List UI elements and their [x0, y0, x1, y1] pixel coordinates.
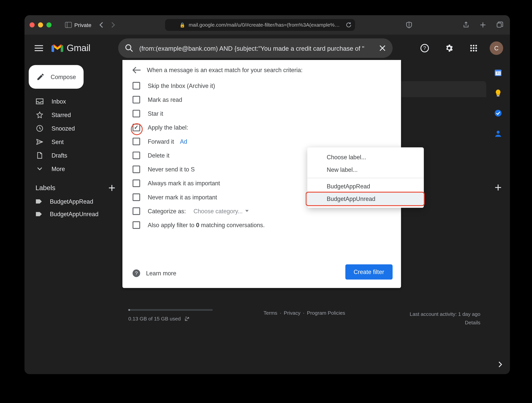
compose-button[interactable]: Compose [29, 65, 84, 89]
help-icon: ? [133, 269, 140, 277]
label-option-budgetappunread[interactable]: BudgetAppUnread [307, 193, 424, 205]
browser-toolbar: Private 🔒 mail.google.com/mail/u/0/#crea… [25, 15, 510, 35]
sidebar-toggle[interactable]: Private [65, 22, 91, 28]
add-label-icon[interactable] [108, 184, 116, 192]
learn-more-link[interactable]: ? Learn more [133, 269, 176, 277]
filter-option-label: Never mark it as important [148, 194, 217, 200]
rail-keep-icon[interactable] [494, 89, 502, 97]
support-icon[interactable]: ? [416, 40, 433, 57]
label-option-text: BudgetAppRead [327, 183, 370, 190]
label-tag-icon [35, 211, 42, 217]
svg-point-9 [473, 45, 475, 46]
search-bar[interactable] [118, 38, 393, 58]
sidebar-item-starred[interactable]: Starred [25, 108, 122, 122]
svg-rect-21 [497, 96, 500, 96]
sidebar-item-sent[interactable]: Sent [25, 135, 122, 149]
minimize-window-icon[interactable] [38, 22, 43, 27]
svg-point-10 [475, 45, 477, 46]
rail-calendar-icon[interactable]: 31 [494, 69, 502, 77]
gmail-wordmark: Gmail [67, 43, 90, 54]
inbox-icon [35, 98, 44, 104]
svg-text:31: 31 [496, 71, 500, 75]
back-arrow-icon[interactable] [133, 67, 141, 73]
open-in-new-icon[interactable] [184, 316, 190, 322]
sidebar-item-inbox[interactable]: Inbox [25, 95, 122, 108]
footer-link[interactable]: Terms [264, 310, 277, 316]
nav-forward-icon[interactable] [108, 20, 119, 30]
reload-icon[interactable] [346, 22, 352, 28]
filter-checkbox[interactable] [133, 221, 140, 229]
sidebar-item-label: Inbox [51, 98, 66, 105]
filter-checkbox[interactable] [133, 82, 140, 89]
label-item-budgetappunread[interactable]: BudgetAppUnread [25, 208, 122, 220]
filter-option-row: Also apply filter to 0 matching conversa… [133, 218, 391, 232]
filter-option-label: Always mark it as important [148, 180, 220, 186]
address-bar[interactable]: 🔒 mail.google.com/mail/u/0/#create-filte… [165, 19, 355, 31]
tab-overview-icon[interactable] [495, 20, 505, 30]
filter-checkbox[interactable] [133, 151, 140, 159]
filter-checkbox[interactable] [133, 179, 140, 187]
filter-checkbox[interactable] [133, 165, 140, 173]
avatar-initial: C [494, 45, 499, 51]
filter-checkbox[interactable] [133, 137, 140, 145]
zoom-window-icon[interactable] [46, 22, 51, 27]
storage-progress [128, 309, 213, 311]
create-filter-button[interactable]: Create filter [345, 264, 393, 280]
nav-back-icon[interactable] [96, 20, 107, 30]
footer-link[interactable]: Program Policies [307, 310, 345, 316]
new-tab-icon[interactable] [478, 20, 488, 30]
svg-point-16 [475, 50, 477, 51]
rail-tasks-icon[interactable] [494, 109, 502, 117]
filter-option-label: Apply the label: [148, 124, 188, 131]
label-name: BudgetAppUnread [50, 211, 98, 217]
sidebar-item-label: Sent [51, 138, 63, 145]
filter-checkbox[interactable] [133, 96, 140, 103]
filter-checkbox[interactable] [133, 193, 140, 201]
clear-search-icon[interactable] [379, 45, 386, 51]
tracking-shield-icon[interactable] [404, 20, 414, 30]
sidebar-item-drafts[interactable]: Drafts [25, 149, 122, 162]
search-input[interactable] [139, 45, 373, 52]
chev-icon [35, 167, 44, 171]
filter-option-label: Star it [148, 110, 163, 117]
svg-point-12 [473, 47, 475, 49]
filter-option-label: Categorize as: [148, 207, 186, 214]
settings-gear-icon[interactable] [441, 40, 458, 57]
collapse-rail-icon[interactable] [498, 362, 502, 368]
window-controls[interactable] [30, 22, 51, 27]
sidebar-item-more[interactable]: More [25, 162, 122, 176]
label-item-budgetappread[interactable]: BudgetAppRead [25, 195, 122, 208]
compose-label: Compose [51, 73, 76, 80]
svg-point-8 [470, 45, 472, 46]
svg-line-5 [131, 49, 133, 51]
google-apps-icon[interactable] [465, 40, 482, 57]
sidebar-item-snoozed[interactable]: Snoozed [25, 122, 122, 135]
label-option-budgetappread[interactable]: BudgetAppRead [307, 180, 424, 193]
filter-checkbox[interactable] [133, 207, 140, 215]
get-addons-icon[interactable] [490, 179, 507, 196]
search-icon[interactable] [125, 44, 133, 52]
footer-link[interactable]: Privacy [284, 310, 300, 316]
footer: 0.13 GB of 15 GB used Terms · Privacy · … [122, 309, 486, 322]
rail-contacts-icon[interactable] [494, 129, 502, 138]
share-icon[interactable] [461, 20, 471, 30]
forward-add-link[interactable]: Ad [180, 138, 187, 145]
filter-option-row: Star it [133, 106, 391, 120]
sidebar-item-label: Drafts [51, 152, 67, 159]
menu-choose-label[interactable]: Choose label... [307, 151, 424, 164]
sidebar-item-label: Snoozed [51, 125, 75, 132]
filter-option-label: Never send it to S [148, 166, 195, 173]
filter-checkbox[interactable] [133, 124, 140, 131]
filter-option-row: Mark as read [133, 93, 391, 106]
learn-more-text: Learn more [146, 270, 176, 276]
create-filter-label: Create filter [354, 269, 384, 275]
labels-heading: Labels [35, 184, 55, 192]
category-select[interactable]: Choose category... [194, 207, 249, 214]
close-window-icon[interactable] [30, 22, 34, 27]
details-link[interactable]: Details [410, 318, 481, 327]
gmail-logo[interactable]: Gmail [51, 43, 90, 54]
filter-checkbox[interactable] [133, 109, 140, 117]
account-avatar[interactable]: C [490, 41, 503, 55]
menu-new-label[interactable]: New label... [307, 164, 424, 176]
main-menu-icon[interactable] [31, 40, 47, 57]
